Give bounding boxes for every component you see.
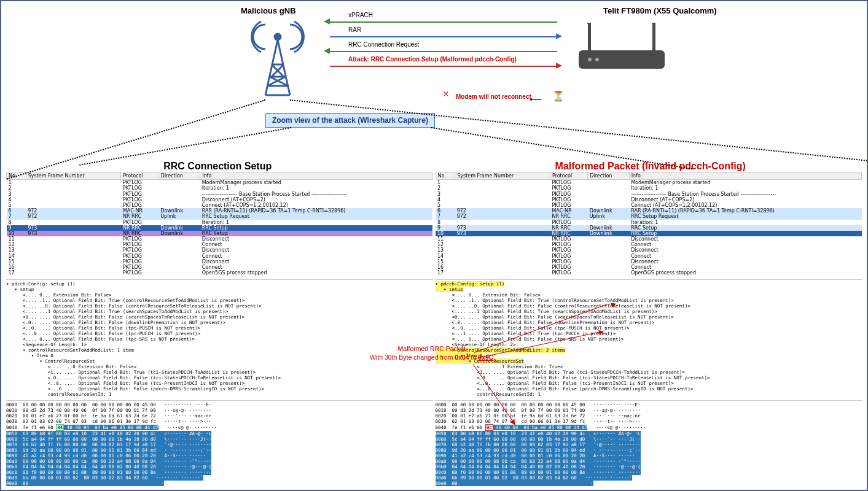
- table-row[interactable]: 13PKTLOGDisconnect: [7, 247, 433, 253]
- arrow-label: RRC Connection Request: [348, 41, 419, 48]
- arrow-head-icon: [324, 48, 330, 54]
- table-row[interactable]: 11PKTLOGDisconnect: [7, 236, 433, 242]
- col-header[interactable]: Info: [629, 172, 861, 180]
- table-row[interactable]: 4PKTLOGDisconnect (AT+COPS=2): [436, 197, 862, 203]
- table-row[interactable]: 14PKTLOGConnect: [7, 253, 433, 259]
- tree-line: <.... ...1 Extension Bit: True>: [436, 364, 563, 369]
- title-rrc-setup: RRC Connection Setup: [1, 161, 434, 172]
- packet-table-right[interactable]: No.System Frame NumberProtocolDirectionI…: [436, 172, 862, 276]
- svg-rect-2: [588, 23, 591, 52]
- callout-arrowhead-2: [598, 329, 604, 334]
- table-row[interactable]: 7972NR RRCUplinkRRC Setup Request: [436, 214, 862, 219]
- col-header[interactable]: Direction: [158, 172, 200, 180]
- arrow-head-icon: [556, 63, 562, 69]
- zoom-caption: Zoom view of the attack (Wireshark Captu…: [265, 113, 435, 128]
- tree-line: ▾ pdcch-Config: setup (1): [436, 281, 505, 287]
- cell-tower-icon: [250, 18, 305, 98]
- msg-arrow: Attack: RRC Connection Setup (Malformed …: [324, 58, 569, 72]
- table-row[interactable]: 5PKTLOGConnect (AT+COPS=1,2,00102,12): [7, 203, 433, 208]
- wireshark-panels: No.System Frame NumberProtocolDirectionI…: [1, 172, 867, 486]
- decode-tree-left[interactable]: ▾ pdcch-Config: setup (1) ▾ setup <.... …: [6, 279, 433, 398]
- table-row[interactable]: 10973NR RRCDownlinkRRC Setup: [436, 231, 862, 236]
- table-row[interactable]: 15PKTLOGDisconnect: [436, 259, 862, 265]
- table-row[interactable]: 5PKTLOGConnect (AT+COPS=1,2,00102,12): [436, 203, 862, 208]
- table-row[interactable]: 17PKTLOGOpen5GS process stopped: [7, 270, 433, 276]
- table-row[interactable]: 3PKTLOG-------------------- Base Station…: [7, 191, 433, 197]
- panel-titles: RRC Connection Setup Malformed Packet (I…: [1, 161, 867, 172]
- tree-line: <.0.. .... Optional Field Bit: False (tc…: [436, 375, 710, 381]
- panel-left: No.System Frame NumberProtocolDirectionI…: [6, 172, 433, 486]
- table-row[interactable]: 1PKTLOGModemManager process started: [436, 180, 862, 186]
- message-arrows: xPRACHRARRRC Connection RequestAttack: R…: [324, 14, 569, 72]
- table-row[interactable]: 10973NR RRCDownlinkRRC Setup: [7, 231, 433, 236]
- table-row[interactable]: 7972NR RRCUplinkRRC Setup Request: [7, 214, 433, 219]
- router-icon: [573, 23, 671, 78]
- col-header[interactable]: System Frame Number: [26, 172, 121, 180]
- table-row[interactable]: 14PKTLOGConnect: [436, 253, 862, 259]
- col-header[interactable]: No.: [436, 172, 455, 180]
- table-row[interactable]: 15PKTLOGDisconnect: [7, 259, 433, 265]
- tree-line: controlResourceSetId: 1: [436, 392, 541, 397]
- table-row[interactable]: 8PKTLOGIteration: 1: [436, 220, 862, 225]
- table-row[interactable]: 11PKTLOGDisconnect: [436, 236, 862, 242]
- packet-table-left[interactable]: No.System Frame NumberProtocolDirectionI…: [6, 172, 433, 276]
- svg-point-0: [275, 34, 281, 40]
- table-row[interactable]: 2PKTLOGIteration: 1: [7, 185, 433, 191]
- svg-point-6: [588, 58, 592, 61]
- tree-line: <.... 0... Extension Bit: False>: [436, 292, 541, 298]
- tree-line: <.... 0... Optional Field Bit: False (tp…: [436, 336, 624, 342]
- arrow-label: Attack: RRC Connection Setup (Malformed …: [348, 56, 517, 63]
- arrow-line: [330, 51, 557, 52]
- top-diagram: Malicious gNB Telit FT980m (X55 Qualcomm…: [1, 1, 867, 161]
- tree-line: <.... ...1 Optional Field Bit: True (sea…: [436, 309, 657, 314]
- table-row[interactable]: 12PKTLOGConnect: [7, 242, 433, 247]
- table-row[interactable]: 2PKTLOGIteration: 1: [436, 185, 862, 191]
- callout-line2a: With 30th Byte changed from: [370, 354, 455, 361]
- table-row[interactable]: 6972MAC-NRDownlinkRAR (RA-RNTI=11) (RAPI…: [436, 208, 862, 214]
- table-row[interactable]: 13PKTLOGDisconnect: [436, 247, 862, 253]
- hex-dump-left[interactable]: 0000 00 00 00 00 00 00 00 00 00 00 00 00…: [6, 400, 433, 486]
- table-row[interactable]: 16PKTLOGConnect: [7, 265, 433, 270]
- arrow-head-icon: [324, 18, 330, 25]
- col-header[interactable]: Protocol: [121, 172, 158, 180]
- arrow-label: xPRACH: [348, 12, 373, 18]
- table-row[interactable]: 17PKTLOGOpen5GS process stopped: [436, 270, 862, 276]
- table-row[interactable]: 8PKTLOGIteration: 1: [7, 220, 433, 225]
- tree-line: <1... .... Optional Field Bit: True (tci…: [436, 369, 685, 375]
- callout-line2c: to: [471, 354, 479, 361]
- arrow-head-icon: [556, 33, 562, 39]
- table-row[interactable]: 1PKTLOGModemManager process started: [7, 180, 433, 186]
- table-row[interactable]: 12PKTLOGConnect: [436, 242, 862, 247]
- hex-dump-right[interactable]: 0000 00 00 00 00 00 00 00 00 00 00 00 00…: [436, 400, 862, 486]
- tree-line: frequencyDomainResources: ff ff 00 00 00…: [436, 397, 713, 398]
- decode-tree-right[interactable]: ▾ pdcch-Config: setup (1) ▾ setup <.... …: [436, 279, 862, 398]
- tree-line: <0... .... Optional Field Bit: False (se…: [436, 314, 674, 320]
- table-row[interactable]: 6972MAC-NRDownlinkRAR (RA-RNTI=11) (RAPI…: [7, 208, 433, 214]
- cross-icon: ✕: [442, 89, 450, 99]
- table-row[interactable]: 9973NR RRCDownlinkRRC Setup: [436, 225, 862, 231]
- tree-line: <...0 .... Optional Field Bit: False (pd…: [436, 386, 694, 392]
- col-header[interactable]: Info: [200, 172, 432, 180]
- arrow-line: [330, 66, 557, 67]
- diagram-page: Malicious gNB Telit FT980m (X55 Qualcomm…: [1, 1, 867, 490]
- label-device: Telit FT980m (X55 Qualcomm): [603, 6, 717, 15]
- hourglass-icon: ⏳: [552, 90, 565, 102]
- label-malicious-gnb: Malicious gNB: [241, 6, 296, 15]
- col-header[interactable]: System Frame Number: [455, 172, 550, 180]
- svg-rect-3: [652, 23, 655, 52]
- arrow-label: RAR: [348, 26, 361, 33]
- arrow-line: [330, 21, 557, 23]
- panel-right: No.System Frame NumberProtocolDirectionI…: [436, 172, 862, 486]
- tree-line: ▾ setup: [436, 287, 463, 292]
- col-header[interactable]: Protocol: [550, 172, 587, 180]
- svg-point-7: [595, 58, 599, 61]
- table-row[interactable]: 16PKTLOGConnect: [436, 265, 862, 270]
- modem-warning: Modem will not reconnect: [456, 93, 531, 100]
- tree-line: <..0. .... Optional Field Bit: False (tc…: [436, 381, 674, 386]
- table-row[interactable]: 9973NR RRCDownlinkRRC Setup: [7, 225, 433, 231]
- callout-byte-from: 0x04: [455, 354, 469, 361]
- col-header[interactable]: Direction: [588, 172, 629, 180]
- table-row[interactable]: 3PKTLOG-------------------- Base Station…: [436, 191, 862, 197]
- zoom-connector-right: [290, 99, 868, 163]
- table-row[interactable]: 4PKTLOGDisconnect (AT+COPS=2): [7, 197, 433, 203]
